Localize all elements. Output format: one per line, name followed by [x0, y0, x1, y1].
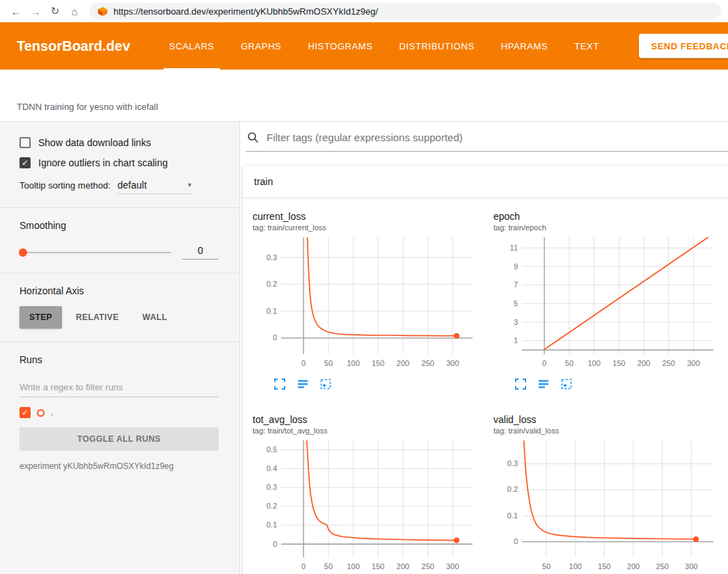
checkbox-list: Show data download links✓Ignore outliers… [19, 137, 219, 168]
app-logo[interactable]: TensorBoard.dev [17, 22, 130, 70]
tooltip-sorting-label: Tooltip sorting method: [19, 180, 111, 191]
smoothing-slider-row: 0 [19, 245, 219, 260]
svg-text:200: 200 [638, 359, 650, 367]
axis-option-step[interactable]: STEP [19, 306, 62, 328]
setting-ignore-outliers-in-chart-scaling[interactable]: ✓Ignore outliers in chart scaling [19, 157, 219, 168]
svg-text:100: 100 [569, 562, 582, 571]
chart-plot[interactable]: 0501001502002503001357911 [491, 234, 720, 374]
app-header: TensorBoard.dev SCALARSGRAPHSHISTOGRAMSD… [0, 22, 728, 70]
chart-toolbar [250, 376, 486, 396]
svg-text:50: 50 [565, 359, 573, 367]
svg-text:250: 250 [656, 562, 669, 571]
slider-knob[interactable] [19, 248, 27, 257]
axis-option-relative[interactable]: RELATIVE [66, 306, 129, 328]
svg-text:150: 150 [372, 359, 384, 367]
send-feedback-button[interactable]: SEND FEEDBACK [639, 34, 728, 58]
fit-domain-icon[interactable] [560, 378, 573, 390]
tag-filter-input[interactable] [265, 131, 728, 144]
checkbox-label: Show data download links [38, 137, 151, 148]
axis-option-wall[interactable]: WALL [133, 306, 177, 328]
svg-text:0.5: 0.5 [267, 445, 277, 454]
tooltip-sorting-row: Tooltip sorting method: default ▼ [19, 180, 219, 194]
browser-toolbar: ← → ↻ ⌂ https://tensorboard.dev/experime… [0, 0, 728, 22]
runs-filter-input[interactable] [19, 378, 219, 397]
fit-domain-icon[interactable] [319, 378, 332, 390]
svg-text:0.1: 0.1 [507, 511, 518, 520]
svg-text:0.2: 0.2 [507, 485, 518, 493]
horizontal-axis-label: Horizontal Axis [19, 285, 219, 296]
charts-grid: current_losstag: train/current_loss05010… [243, 198, 728, 574]
expand-chart-icon[interactable] [514, 378, 527, 390]
svg-text:300: 300 [446, 359, 459, 367]
svg-text:0.3: 0.3 [267, 483, 277, 491]
svg-text:250: 250 [422, 562, 434, 571]
chart-tot_avg_loss: tot_avg_losstag: train/tot_avg_loss05010… [250, 404, 486, 574]
home-icon[interactable]: ⌂ [65, 2, 84, 20]
chart-plot[interactable]: 05010015020025030000.10.20.30.40.5 [250, 438, 480, 574]
smoothing-slider[interactable] [19, 252, 171, 253]
toggle-all-runs-button[interactable]: TOGGLE ALL RUNS [19, 427, 219, 451]
forward-icon[interactable]: → [26, 2, 45, 20]
chart-plot[interactable]: 05010015020025030000.10.20.3 [250, 234, 480, 374]
svg-text:0: 0 [273, 540, 277, 548]
tab-hparams[interactable]: HPARAMS [491, 22, 558, 70]
tag-filter[interactable] [246, 122, 728, 152]
run-item[interactable]: ✓ . [19, 407, 219, 418]
svg-text:100: 100 [587, 359, 600, 367]
svg-text:250: 250 [422, 359, 434, 367]
tab-distributions[interactable]: DISTRIBUTIONS [390, 22, 484, 70]
train-section-header[interactable]: train [243, 166, 728, 198]
run-checkbox[interactable]: ✓ [19, 407, 31, 418]
svg-text:50: 50 [324, 359, 333, 367]
chart-tag: tag: train/current_loss [253, 223, 486, 232]
svg-text:11: 11 [510, 244, 518, 252]
search-icon [247, 131, 259, 143]
svg-text:150: 150 [612, 359, 625, 367]
chart-plot[interactable]: 5010015020025030000.10.20.3 [491, 438, 720, 574]
svg-text:0: 0 [542, 359, 546, 367]
checkbox-icon[interactable] [19, 137, 31, 148]
train-section-card: train current_losstag: train/current_los… [243, 166, 728, 574]
data-lines-icon[interactable] [296, 378, 309, 390]
chart-title: epoch [493, 211, 727, 222]
tab-scalars[interactable]: SCALARS [159, 22, 224, 70]
back-icon[interactable]: ← [7, 2, 25, 20]
tab-text[interactable]: TEXT [564, 22, 609, 70]
runs-label: Runs [19, 354, 219, 365]
address-bar[interactable]: https://tensorboard.dev/experiment/yKUbh… [89, 3, 721, 19]
svg-text:0.2: 0.2 [267, 502, 277, 510]
nav-tabs: SCALARSGRAPHSHISTOGRAMSDISTRIBUTIONSHPAR… [159, 22, 616, 70]
tab-graphs[interactable]: GRAPHS [231, 22, 292, 70]
svg-text:1: 1 [514, 336, 518, 344]
scalars-dashboard: train current_losstag: train/current_los… [240, 122, 728, 574]
chart-epoch: epochtag: train/epoch0501001502002503001… [491, 201, 727, 396]
tooltip-sorting-select[interactable]: default ▼ [118, 180, 193, 194]
dropdown-caret-icon: ▼ [187, 182, 193, 189]
svg-text:0: 0 [273, 333, 277, 342]
reload-icon[interactable]: ↻ [46, 2, 64, 20]
expand-chart-icon[interactable] [274, 378, 286, 390]
svg-text:300: 300 [685, 562, 697, 571]
tab-histograms[interactable]: HISTOGRAMS [298, 22, 382, 70]
divider [0, 273, 239, 273]
svg-text:7: 7 [514, 280, 518, 289]
svg-text:150: 150 [372, 562, 384, 571]
chart-tag: tag: train/tot_avg_loss [253, 426, 486, 435]
divider [0, 207, 239, 208]
page: ← → ↻ ⌂ https://tensorboard.dev/experime… [0, 0, 728, 574]
svg-text:0: 0 [514, 537, 518, 545]
svg-text:200: 200 [397, 359, 409, 367]
data-lines-icon[interactable] [537, 378, 550, 390]
setting-show-data-download-links[interactable]: Show data download links [19, 137, 219, 148]
svg-text:3: 3 [514, 318, 518, 326]
smoothing-value-input[interactable]: 0 [182, 245, 219, 260]
svg-text:0: 0 [301, 359, 306, 367]
svg-text:0.4: 0.4 [267, 464, 277, 472]
chart-current_loss: current_losstag: train/current_loss05010… [250, 201, 486, 396]
svg-text:300: 300 [446, 562, 459, 571]
tensorboard-favicon [97, 6, 108, 17]
smoothing-label: Smoothing [19, 220, 219, 231]
settings-sidebar: Show data download links✓Ignore outliers… [0, 122, 240, 574]
checkbox-icon[interactable]: ✓ [19, 157, 31, 168]
svg-text:50: 50 [542, 562, 551, 571]
